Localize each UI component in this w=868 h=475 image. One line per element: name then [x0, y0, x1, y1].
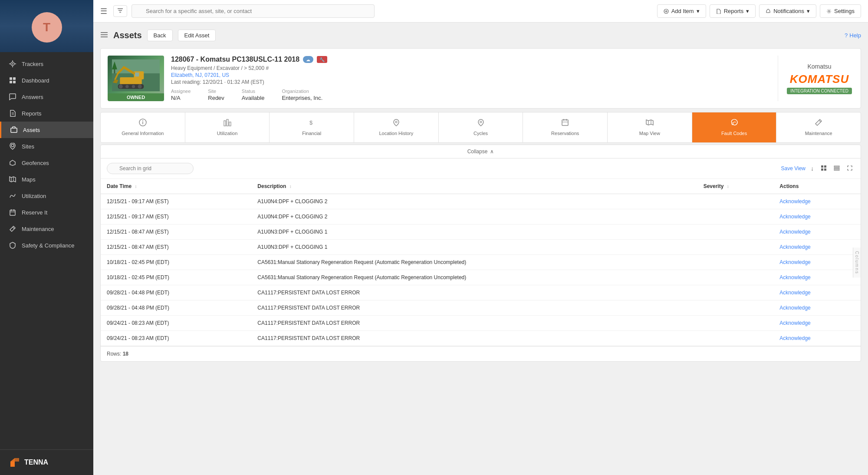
acknowledge-button-0[interactable]: Acknowledge: [779, 198, 810, 205]
sidebar-item-reserve-it[interactable]: Reserve It: [0, 204, 93, 221]
acknowledge-button-7[interactable]: Acknowledge: [779, 305, 810, 311]
settings-button[interactable]: Settings: [820, 4, 861, 18]
sidebar-label-trackers: Trackers: [22, 61, 43, 67]
cell-description-1: A1U0N4:DPF + CLOGGING 2: [251, 209, 697, 224]
col-severity[interactable]: Severity ↕: [697, 179, 774, 194]
edit-asset-button[interactable]: Edit Asset: [178, 30, 216, 41]
geofences-icon: [9, 159, 16, 167]
filter-icon[interactable]: [113, 5, 127, 17]
sidebar-item-trackers[interactable]: Trackers: [0, 56, 93, 72]
list-view-icon[interactable]: [832, 163, 842, 174]
cell-action-2: Acknowledge: [773, 224, 861, 240]
expand-icon[interactable]: [845, 163, 855, 174]
tab-general[interactable]: General Information: [101, 112, 185, 142]
cell-action-8: Acknowledge: [773, 316, 861, 331]
tabs-row: General Information Utilization $ Financ…: [100, 112, 861, 143]
cell-severity-4: [697, 255, 774, 270]
add-item-button[interactable]: Add Item ▾: [657, 4, 706, 18]
columns-handle[interactable]: Columns: [853, 247, 861, 277]
tab-cycles[interactable]: Cycles: [439, 112, 523, 142]
back-button[interactable]: Back: [147, 30, 173, 41]
sidebar-item-dashboard[interactable]: Dashboard: [0, 72, 93, 89]
svg-point-49: [119, 84, 123, 88]
table-row: 10/18/21 - 02:45 PM (EDT) CA5631:Manual …: [101, 270, 861, 285]
cell-datetime-2: 12/15/21 - 08:47 AM (EST): [101, 224, 251, 240]
tab-location-icon: [392, 119, 400, 128]
sidebar-item-sites[interactable]: Sites: [0, 138, 93, 155]
tab-reservations-label: Reservations: [551, 131, 579, 136]
sidebar-item-assets[interactable]: Assets: [0, 122, 93, 138]
cell-datetime-0: 12/15/21 - 09:17 AM (EST): [101, 194, 251, 209]
rows-count: Rows: 18: [101, 346, 861, 361]
tab-reservations[interactable]: Reservations: [523, 112, 608, 142]
sidebar-item-utilization[interactable]: Utilization: [0, 188, 93, 204]
acknowledge-button-2[interactable]: Acknowledge: [779, 229, 810, 235]
acknowledge-button-3[interactable]: Acknowledge: [779, 244, 810, 250]
grid-view-icon[interactable]: [819, 163, 829, 174]
svg-line-22: [13, 227, 14, 229]
tab-financial[interactable]: $ Financial: [270, 112, 354, 142]
cell-description-6: CA1117:PERSISTENT DATA LOST ERROR: [251, 285, 697, 300]
svg-marker-25: [10, 458, 15, 462]
cell-action-5: Acknowledge: [773, 270, 861, 285]
cell-action-1: Acknowledge: [773, 209, 861, 224]
acknowledge-button-8[interactable]: Acknowledge: [779, 320, 810, 326]
asset-location[interactable]: Elizabeth, NJ, 07201, US: [171, 72, 778, 78]
reports-button[interactable]: Reports ▾: [710, 4, 756, 18]
tab-utilization-label: Utilization: [217, 131, 238, 136]
sidebar-item-geofences[interactable]: Geofences: [0, 155, 93, 171]
cell-datetime-6: 09/28/21 - 04:48 PM (EDT): [101, 285, 251, 300]
sidebar-label-dashboard: Dashboard: [22, 77, 49, 84]
sidebar-item-maintenance[interactable]: Maintenance: [0, 221, 93, 237]
reserve-icon: [9, 208, 16, 216]
komatsu-text: KOMATSU: [790, 73, 849, 86]
menu-icon[interactable]: ☰: [100, 7, 107, 16]
collapse-bar[interactable]: Collapse ∧: [101, 145, 861, 158]
acknowledge-button-1[interactable]: Acknowledge: [779, 214, 810, 220]
tab-maintenance[interactable]: Maintenance: [776, 112, 861, 142]
sidebar-label-geofences: Geofences: [22, 160, 49, 166]
topbar: ☰ 🔍 Add Item ▾ Reports ▾ Notificat: [93, 0, 868, 23]
collapse-icon: ∧: [490, 148, 494, 155]
svg-point-60: [395, 121, 397, 123]
col-datetime[interactable]: Date Time ↕: [101, 179, 251, 194]
sidebar-item-safety[interactable]: Safety & Compliance: [0, 237, 93, 254]
tab-fault-codes-label: Fault Codes: [721, 131, 747, 136]
search-input[interactable]: [132, 4, 375, 18]
tab-location-history-label: Location History: [379, 131, 413, 136]
asset-fields: Assignee N/A Site Redev Status Available: [171, 89, 778, 101]
avatar: T: [32, 12, 62, 43]
sidebar-top: T: [0, 0, 93, 52]
svg-rect-56: [224, 121, 226, 126]
sidebar-item-reports[interactable]: Reports: [0, 105, 93, 122]
tab-location-history[interactable]: Location History: [354, 112, 439, 142]
svg-rect-73: [821, 168, 823, 171]
sidebar-item-answers[interactable]: Answers: [0, 89, 93, 105]
tab-map-view[interactable]: Map View: [608, 112, 692, 142]
asset-info: 128067 - Komatsu PC138USLC-11 2018 ☁ 🔧 H…: [171, 56, 778, 101]
svg-rect-7: [13, 77, 16, 80]
trackers-icon: [9, 60, 16, 68]
sidebar-label-reports: Reports: [22, 110, 42, 117]
help-link[interactable]: ? Help: [845, 32, 861, 39]
tab-fault-codes[interactable]: Fault Codes: [692, 112, 777, 142]
acknowledge-button-4[interactable]: Acknowledge: [779, 259, 810, 265]
sidebar-nav: Trackers Dashboard Answers Reports: [0, 52, 93, 449]
cell-severity-3: [697, 240, 774, 255]
tenna-logo-icon: [9, 456, 21, 468]
add-item-chevron: ▾: [697, 8, 700, 14]
download-icon[interactable]: ↓: [809, 163, 815, 174]
acknowledge-button-9[interactable]: Acknowledge: [779, 335, 810, 341]
grid-search-input[interactable]: [107, 163, 194, 174]
col-description[interactable]: Description ↕: [251, 179, 697, 194]
acknowledge-button-6[interactable]: Acknowledge: [779, 290, 810, 296]
svg-rect-18: [10, 210, 15, 215]
sidebar-label-maintenance: Maintenance: [22, 226, 54, 232]
svg-marker-66: [646, 120, 653, 125]
acknowledge-button-5[interactable]: Acknowledge: [779, 274, 810, 280]
sidebar-item-maps[interactable]: Maps: [0, 171, 93, 188]
tab-utilization[interactable]: Utilization: [185, 112, 270, 142]
asset-brand-side: Komatsu KOMATSU INTEGRATION CONNECTED: [778, 56, 854, 101]
save-view-button[interactable]: Save View: [781, 165, 806, 172]
notifications-button[interactable]: Notifications ▾: [759, 4, 816, 18]
